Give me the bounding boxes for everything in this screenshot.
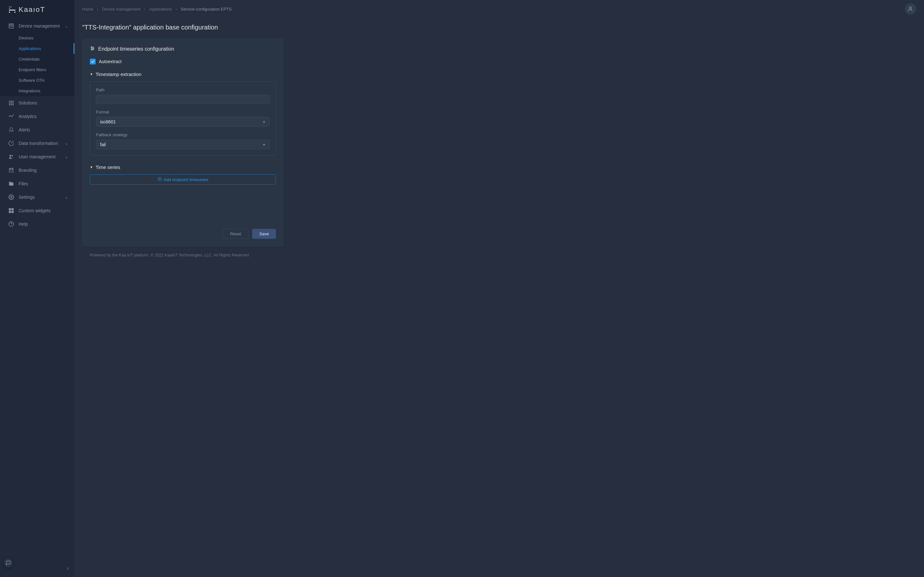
svg-rect-7: [10, 25, 13, 26]
sidebar-item-data-transformation[interactable]: Data transformation ⌄: [0, 137, 74, 150]
logo-text: KaaıoT: [19, 5, 45, 14]
chevron-down-icon: ⌄: [65, 155, 68, 159]
sidebar-item-label: Analytics: [19, 114, 68, 119]
svg-rect-13: [13, 103, 13, 103]
chevron-left-icon: ‹: [67, 566, 69, 571]
dropdown-caret-icon: ▼: [262, 120, 266, 124]
chevron-up-icon: ⌃: [65, 24, 68, 28]
svg-rect-1: [11, 6, 11, 7]
sidebar-item-devices[interactable]: Devices: [0, 33, 74, 43]
chat-icon: [6, 560, 11, 566]
save-button[interactable]: Save: [252, 229, 276, 239]
sidebar-item-user-management[interactable]: User management ⌄: [0, 150, 74, 163]
config-card: Endpoint timeseries configuration Autoex…: [82, 38, 284, 247]
sidebar-nav: Device management ⌃ Devices Applications…: [0, 19, 74, 577]
sidebar-item-integrations[interactable]: Integrations: [0, 85, 74, 96]
svg-point-18: [11, 155, 13, 156]
breadcrumb: Home › Device management › Applications …: [82, 7, 232, 11]
sidebar-item-label: Help: [19, 221, 68, 227]
svg-rect-14: [9, 104, 10, 105]
sidebar-item-help[interactable]: Help: [0, 218, 74, 231]
svg-rect-5: [15, 11, 15, 13]
svg-rect-15: [11, 104, 12, 105]
svg-rect-2: [9, 8, 10, 9]
reset-button[interactable]: Reset: [223, 229, 248, 239]
path-label: Path: [96, 87, 270, 92]
svg-rect-12: [11, 103, 12, 103]
breadcrumb-applications[interactable]: Applications: [149, 7, 172, 11]
format-select[interactable]: iso8601 ▼: [96, 117, 270, 127]
sidebar-item-alerts[interactable]: Alerts: [0, 123, 74, 137]
chevron-right-icon: ›: [97, 7, 99, 11]
sidebar-item-label: Settings: [19, 195, 60, 200]
sidebar-sub-items: Devices Applications Credentials Endpoin…: [0, 33, 74, 96]
card-header: Endpoint timeseries configuration: [90, 46, 276, 52]
logo-icon: [8, 6, 16, 13]
sidebar-item-software-ota[interactable]: Software OTA: [0, 75, 74, 85]
caret-down-icon: ▼: [90, 165, 93, 169]
add-timeseries-label: Add endpoint timeseries: [164, 177, 208, 182]
widgets-icon: [8, 208, 14, 213]
branding-icon: [8, 167, 14, 173]
autoextract-checkbox[interactable]: [90, 59, 95, 64]
svg-rect-22: [9, 208, 11, 211]
caret-down-icon: ▼: [90, 73, 93, 76]
logo[interactable]: KaaıoT: [0, 0, 74, 19]
sidebar-item-label: Branding: [19, 168, 68, 173]
fallback-select[interactable]: fail ▼: [96, 140, 270, 149]
breadcrumb-device-management[interactable]: Device management: [102, 7, 140, 11]
svg-point-32: [91, 47, 92, 48]
bell-icon: [8, 127, 14, 133]
timeseries-section-toggle[interactable]: ▼ Time series: [90, 164, 276, 170]
timestamp-section-toggle[interactable]: ▼ Timestamp extraction: [90, 71, 276, 77]
sidebar-item-analytics[interactable]: Analytics: [0, 110, 74, 123]
autoextract-row: Autoextract: [90, 59, 276, 64]
collapse-sidebar[interactable]: ‹: [65, 564, 71, 573]
sidebar-item-label: Solutions: [19, 100, 68, 105]
svg-point-17: [10, 155, 11, 156]
content-area: "TTS-Integration" application base confi…: [74, 18, 924, 577]
sidebar-item-solutions[interactable]: Solutions: [0, 96, 74, 110]
sidebar-item-label: Data transformation: [19, 141, 60, 146]
sidebar-item-branding[interactable]: Branding: [0, 163, 74, 177]
path-input[interactable]: [96, 95, 270, 104]
sidebar-item-endpoint-filters[interactable]: Endpoint filters: [0, 64, 74, 75]
svg-point-28: [909, 7, 912, 9]
page-title: "TTS-Integration" application base confi…: [82, 24, 916, 31]
sliders-icon: [90, 46, 95, 52]
sidebar-item-custom-widgets[interactable]: Custom widgets: [0, 204, 74, 218]
chevron-down-icon: ⌄: [65, 141, 68, 145]
breadcrumb-home[interactable]: Home: [82, 7, 94, 11]
fallback-value: fail: [100, 142, 106, 147]
plus-circle-icon: [158, 177, 162, 182]
svg-rect-3: [9, 10, 15, 11]
svg-rect-24: [9, 211, 11, 213]
user-avatar[interactable]: [905, 3, 916, 15]
svg-rect-20: [10, 168, 13, 170]
sidebar: KaaıoT Device management ⌃ Devices Appli…: [0, 0, 74, 577]
svg-rect-16: [13, 104, 13, 105]
chevron-right-icon: ›: [176, 7, 177, 11]
sidebar-item-credentials[interactable]: Credentials: [0, 54, 74, 64]
svg-rect-10: [13, 101, 13, 102]
svg-point-33: [93, 48, 94, 49]
svg-rect-8: [9, 101, 10, 102]
card-footer: Reset Save: [90, 229, 276, 239]
svg-point-21: [11, 197, 12, 198]
page-footer: Powered by the Kaa IoT platform, © 2022 …: [82, 247, 916, 264]
users-icon: [8, 154, 14, 160]
main-content: Home › Device management › Applications …: [74, 0, 924, 577]
format-value: iso8601: [100, 119, 116, 124]
add-timeseries-button[interactable]: Add endpoint timeseries: [90, 174, 276, 185]
sidebar-item-applications[interactable]: Applications: [0, 43, 74, 54]
fallback-label: Fallback strategy: [96, 132, 270, 137]
autoextract-label: Autoextract: [99, 59, 121, 64]
sidebar-item-device-management[interactable]: Device management ⌃: [0, 19, 74, 33]
user-icon: [907, 6, 914, 12]
svg-rect-11: [9, 103, 10, 103]
folder-icon: [8, 181, 14, 187]
chat-bubble[interactable]: [4, 558, 13, 567]
sidebar-item-files[interactable]: Files: [0, 177, 74, 190]
analytics-icon: [8, 113, 14, 119]
sidebar-item-settings[interactable]: Settings ⌄: [0, 190, 74, 204]
